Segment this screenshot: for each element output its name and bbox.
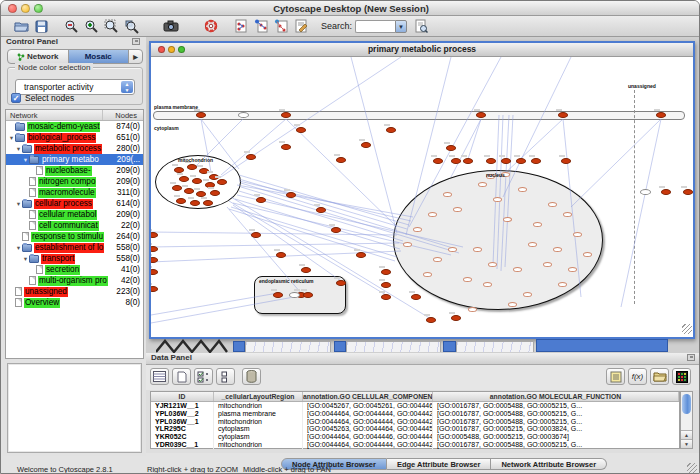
- network-node[interactable]: [493, 197, 502, 202]
- network-node[interactable]: [463, 158, 473, 164]
- tab-network[interactable]: Network: [8, 50, 69, 63]
- scrollbar-thumb[interactable]: [682, 394, 691, 414]
- network-canvas[interactable]: plasma membrane cytoplasm mitochondrion …: [151, 57, 693, 335]
- table-row[interactable]: YLR295Ccytoplasm[GO:0045263, GO:0044464,…: [151, 425, 679, 433]
- tree-row[interactable]: macromolecule311(0): [6, 187, 143, 198]
- network-node[interactable]: [561, 158, 571, 164]
- network-node[interactable]: [381, 269, 391, 275]
- network-node[interactable]: [187, 164, 197, 170]
- network-node[interactable]: [217, 179, 227, 185]
- network-edge[interactable]: [241, 183, 456, 249]
- network-node[interactable]: [476, 112, 486, 118]
- network-node[interactable]: [640, 189, 651, 195]
- network-window-titlebar[interactable]: primary metabolic process: [151, 43, 693, 57]
- network-node[interactable]: [246, 154, 256, 160]
- network-node[interactable]: [543, 262, 552, 267]
- column-header[interactable]: _cellularLayoutRegion: [214, 392, 303, 401]
- network-node[interactable]: [196, 112, 206, 118]
- tree-expander-icon[interactable]: ▼: [22, 256, 29, 262]
- tree-row[interactable]: cellular metabol209(0): [6, 209, 143, 220]
- network-node[interactable]: [473, 247, 482, 252]
- network-node[interactable]: [583, 252, 592, 257]
- import-attribute-button[interactable]: [650, 368, 669, 385]
- float-panel-icon[interactable]: [687, 354, 695, 361]
- network-edge[interactable]: [233, 205, 341, 281]
- background-window-fragment[interactable]: [245, 341, 331, 352]
- network-node[interactable]: [361, 142, 371, 148]
- zoom-selected-button[interactable]: [121, 18, 141, 35]
- network-node[interactable]: [443, 192, 452, 197]
- tree-row[interactable]: ▼primary metabo209(...: [6, 154, 143, 165]
- tree-row[interactable]: nitrogen compo209(0): [6, 176, 143, 187]
- tab-scroll-right-icon[interactable]: ▶: [129, 50, 142, 63]
- tree-row[interactable]: ▼cellular process614(0): [6, 198, 143, 209]
- tree-row[interactable]: response to stimulu264(0): [6, 231, 143, 242]
- attribute-notes-button[interactable]: [606, 368, 625, 385]
- network-node[interactable]: [423, 272, 432, 277]
- tree-row[interactable]: unassigned223(0): [6, 286, 143, 297]
- network-node[interactable]: [548, 202, 557, 207]
- tree-row[interactable]: nucleobase-209(0): [6, 165, 143, 176]
- network-node[interactable]: [553, 247, 562, 252]
- network-node[interactable]: [203, 200, 213, 206]
- network-node[interactable]: [488, 262, 497, 267]
- network-node[interactable]: [453, 207, 462, 212]
- scroll-down-icon[interactable]: ▼: [681, 439, 692, 448]
- network-node[interactable]: [563, 212, 572, 217]
- network-node[interactable]: [516, 158, 526, 164]
- network-node[interactable]: [573, 232, 582, 237]
- network-node[interactable]: [683, 189, 693, 195]
- tree-expander-icon[interactable]: ▼: [15, 245, 22, 251]
- network-node[interactable]: [251, 232, 261, 238]
- delete-attribute-button[interactable]: [242, 368, 261, 385]
- network-node[interactable]: [448, 247, 457, 252]
- network-node[interactable]: [523, 292, 532, 297]
- network-node[interactable]: [289, 292, 300, 298]
- network-edge[interactable]: [221, 119, 286, 175]
- network-node[interactable]: [413, 227, 422, 232]
- network-node[interactable]: [184, 188, 194, 194]
- tree-row[interactable]: multi-organism pro42(0): [6, 275, 143, 286]
- search-options-button[interactable]: [411, 18, 431, 35]
- open-session-button[interactable]: [11, 18, 31, 35]
- network-node[interactable]: [296, 127, 306, 133]
- tree-row[interactable]: cell communicat22(0): [6, 220, 143, 231]
- zoom-fit-button[interactable]: [101, 18, 121, 35]
- network-node[interactable]: [403, 242, 412, 247]
- tree-row[interactable]: secretion41(0): [6, 264, 143, 275]
- network-node[interactable]: [451, 315, 461, 321]
- network-node[interactable]: [656, 112, 666, 118]
- network-node[interactable]: [531, 158, 541, 164]
- network-node[interactable]: [446, 145, 456, 151]
- network-node[interactable]: [238, 112, 249, 118]
- network-node[interactable]: [451, 158, 461, 164]
- tree-expander-icon[interactable]: ▼: [15, 146, 22, 152]
- network-node[interactable]: [533, 222, 542, 227]
- background-window-corner[interactable]: [334, 341, 346, 352]
- network-node[interactable]: [336, 157, 346, 163]
- zoom-in-button[interactable]: [81, 18, 101, 35]
- network-node[interactable]: [192, 178, 202, 184]
- network-node[interactable]: [276, 252, 286, 258]
- network-node[interactable]: [478, 182, 487, 187]
- network-node[interactable]: [568, 267, 577, 272]
- column-header[interactable]: ID: [151, 392, 214, 401]
- network-node[interactable]: [190, 200, 200, 206]
- table-scrollbar[interactable]: ▲ ▼: [680, 391, 693, 449]
- tree-row[interactable]: ▼metabolic process280(0): [6, 143, 143, 154]
- network-node[interactable]: [518, 187, 527, 192]
- search-dropdown-arrow[interactable]: ▼: [395, 20, 407, 33]
- app-resize-grip[interactable]: [687, 463, 697, 473]
- network-edge[interactable]: [406, 57, 451, 235]
- matrix-view-button[interactable]: [672, 368, 691, 385]
- network-edge[interactable]: [503, 57, 571, 197]
- attribute-table-header[interactable]: ID _cellularLayoutRegion annotation.GO C…: [151, 392, 679, 402]
- select-attributes-button[interactable]: [150, 368, 169, 385]
- tree-row[interactable]: ▼establishment of lo558(0): [6, 242, 143, 253]
- birds-eye-view-panel[interactable]: [7, 363, 142, 453]
- network-node[interactable]: [513, 267, 522, 272]
- table-row[interactable]: YKR052Ccytoplasm[GO:0044464, GO:0044446,…: [151, 433, 679, 441]
- network-node[interactable]: [210, 190, 220, 196]
- tree-row[interactable]: mosaic-demo-yeast874(0): [6, 121, 143, 132]
- network-edge[interactable]: [621, 119, 661, 307]
